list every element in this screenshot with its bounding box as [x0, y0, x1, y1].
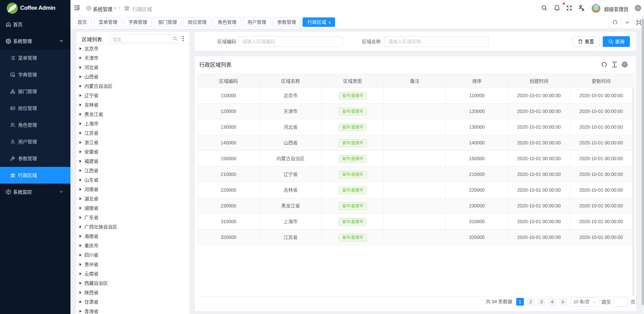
svg-text:A: A	[11, 73, 13, 76]
svg-text:A: A	[582, 8, 584, 11]
